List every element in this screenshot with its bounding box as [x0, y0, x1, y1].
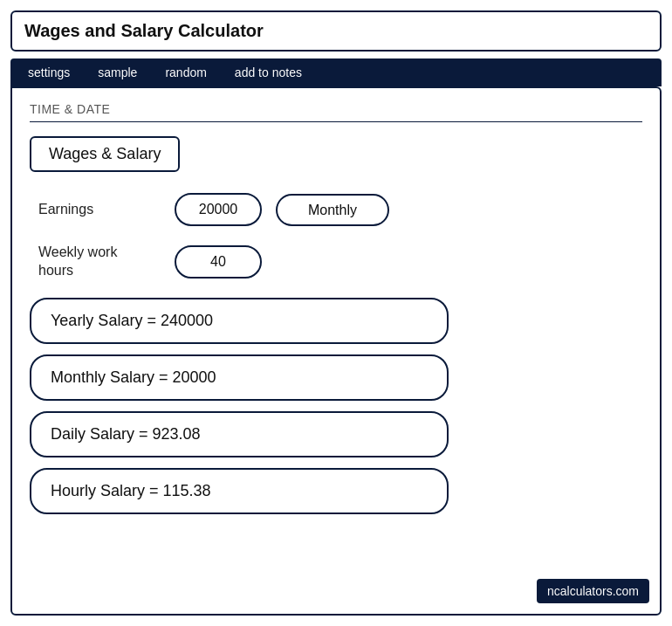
tab-settings[interactable]: settings — [14, 58, 84, 86]
monthly-salary-result: Monthly Salary = 20000 — [30, 354, 449, 401]
weekly-hours-input[interactable] — [175, 245, 262, 279]
results-section: Yearly Salary = 240000 Monthly Salary = … — [30, 298, 642, 514]
hourly-salary-result: Hourly Salary = 115.38 — [30, 468, 449, 514]
page-title: Wages and Salary Calculator — [24, 21, 264, 40]
widget-title: Wages & Salary — [30, 136, 180, 172]
main-panel: TIME & DATE Wages & Salary Earnings Hour… — [10, 86, 662, 616]
weekly-hours-label: Weekly work hours — [38, 244, 161, 280]
tab-sample[interactable]: sample — [84, 58, 151, 86]
yearly-salary-result: Yearly Salary = 240000 — [30, 298, 449, 344]
calculator-wrapper: Wages and Salary Calculator settings sam… — [0, 0, 672, 626]
tab-bar: settings sample random add to notes — [10, 58, 662, 86]
earnings-period-dropdown[interactable]: Hourly Daily Weekly Monthly Yearly — [276, 194, 389, 226]
weekly-hours-row: Weekly work hours — [38, 244, 642, 280]
title-bar: Wages and Salary Calculator — [10, 10, 662, 52]
tab-add-to-notes[interactable]: add to notes — [221, 58, 316, 86]
tab-random[interactable]: random — [151, 58, 220, 86]
daily-salary-result: Daily Salary = 923.08 — [30, 411, 449, 457]
section-label: TIME & DATE — [30, 102, 642, 122]
branding: ncalculators.com — [537, 579, 649, 603]
inputs-section: Earnings Hourly Daily Weekly Monthly Yea… — [30, 193, 642, 280]
earnings-row: Earnings Hourly Daily Weekly Monthly Yea… — [38, 193, 642, 226]
earnings-label: Earnings — [38, 202, 161, 217]
earnings-input[interactable] — [175, 193, 262, 226]
